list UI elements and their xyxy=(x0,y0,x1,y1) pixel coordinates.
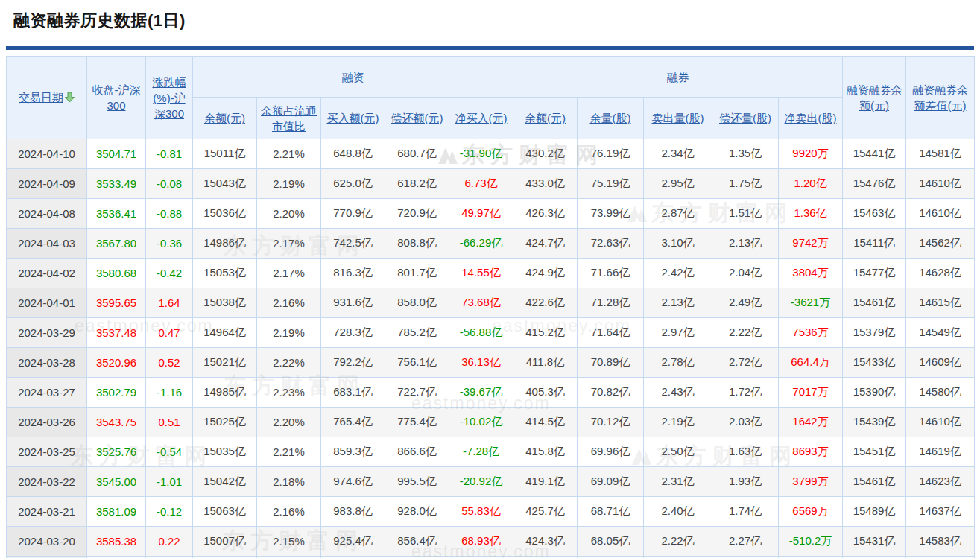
cell-rz-ratio: 2.17% xyxy=(257,229,321,259)
cell-rz-buy: 770.9亿 xyxy=(321,199,385,229)
cell-rz-repay: 808.8亿 xyxy=(385,229,449,259)
cell-rz-buy: 792.2亿 xyxy=(321,348,385,378)
cell-rq-balance: 405.3亿 xyxy=(513,378,578,408)
cell-rz-netbuy: 36.13亿 xyxy=(449,348,513,378)
cell-rq-netsell: 9920万 xyxy=(779,139,843,169)
cell-rz-ratio: 2.16% xyxy=(257,497,321,527)
col-header-rz-ratio[interactable]: 余额占流通市值比 xyxy=(257,98,321,139)
trade-date-sort-link[interactable]: 交易日期 xyxy=(19,91,63,104)
cell-total-balance: 15379亿 xyxy=(843,318,906,348)
date-cell: 2024-03-28 xyxy=(7,348,87,378)
cell-rz-balance: 15025亿 xyxy=(193,408,257,437)
cell-rz-netbuy: 73.68亿 xyxy=(449,288,513,318)
cell-rq-balance: 430.2亿 xyxy=(513,139,578,169)
cell-total-balance: 15451亿 xyxy=(843,437,906,467)
cell-rz-ratio: 2.19% xyxy=(257,318,321,348)
col-header-rq-netsell[interactable]: 净卖出(股) xyxy=(779,98,843,139)
cell-rz-balance: 14964亿 xyxy=(193,318,257,348)
col-header-rq-sell[interactable]: 卖出量(股) xyxy=(644,98,712,139)
cell-rz-repay: 720.9亿 xyxy=(385,199,449,229)
table-row: 2024-03-273502.79-1.1614985亿2.23%683.1亿7… xyxy=(7,378,975,408)
cell-rq-sell: 3.10亿 xyxy=(644,229,712,259)
col-header-trade-date[interactable]: 交易日期 xyxy=(7,57,87,139)
table-body: 2024-04-103504.71-0.8115011亿2.21%648.8亿6… xyxy=(7,139,975,558)
col-header-close-hs300[interactable]: 收盘-沪深300 xyxy=(87,57,146,139)
cell-rq-repay: 1.74亿 xyxy=(712,497,779,527)
col-header-rz-buy[interactable]: 买入额(元) xyxy=(321,98,385,139)
cell-rz-ratio: 2.21% xyxy=(257,437,321,467)
col-header-rq-volume[interactable]: 余量(股) xyxy=(578,98,644,139)
col-header-rz-netbuy[interactable]: 净买入(元) xyxy=(449,98,513,139)
cell-rq-repay: 2.49亿 xyxy=(712,288,779,318)
cell-change-hs300: -0.81 xyxy=(146,139,193,169)
cell-total-balance: 15489亿 xyxy=(843,497,906,527)
cell-rq-netsell: 1.36亿 xyxy=(779,199,843,229)
cell-rz-buy: 765.4亿 xyxy=(321,408,385,437)
cell-rz-balance: 15053亿 xyxy=(193,259,257,288)
cell-rz-repay: 995.5亿 xyxy=(385,467,449,497)
cell-rq-netsell: 9742万 xyxy=(779,229,843,259)
cell-rq-balance: 415.8亿 xyxy=(513,437,578,467)
cell-rz-netbuy: -20.92亿 xyxy=(449,467,513,497)
cell-total-balance: 15441亿 xyxy=(843,139,906,169)
cell-total-balance: 15439亿 xyxy=(843,408,906,437)
col-header-total-balance[interactable]: 融资融券余额(元) xyxy=(843,57,906,139)
col-header-rq-repay[interactable]: 偿还量(股) xyxy=(712,98,779,139)
col-header-rz-balance[interactable]: 余额(元) xyxy=(193,98,257,139)
cell-rq-balance: 433.0亿 xyxy=(513,169,578,199)
cell-total-balance: 15411亿 xyxy=(843,229,906,259)
cell-rz-buy: 742.5亿 xyxy=(321,229,385,259)
cell-rq-netsell: -3621万 xyxy=(779,288,843,318)
cell-balance-diff: 14610亿 xyxy=(906,169,975,199)
title-divider-bar xyxy=(6,46,974,50)
cell-rq-volume: 71.66亿 xyxy=(578,259,644,288)
cell-rq-netsell: 8693万 xyxy=(779,437,843,467)
col-header-change-hs300[interactable]: 涨跌幅(%)-沪深300 xyxy=(146,57,193,139)
cell-rq-volume: 68.71亿 xyxy=(578,497,644,527)
cell-change-hs300: 0.52 xyxy=(146,348,193,378)
cell-rq-volume: 68.05亿 xyxy=(578,527,644,557)
cell-balance-diff: 14610亿 xyxy=(906,408,975,437)
date-cell: 2024-04-01 xyxy=(7,288,87,318)
cell-rz-repay: 680.7亿 xyxy=(385,139,449,169)
cell-total-balance: 15461亿 xyxy=(843,467,906,497)
cell-rz-ratio: 2.19% xyxy=(257,169,321,199)
cell-rz-ratio: 2.20% xyxy=(257,199,321,229)
cell-rq-sell: 2.43亿 xyxy=(644,378,712,408)
cell-rz-netbuy: 6.73亿 xyxy=(449,169,513,199)
cell-rq-balance: 426.3亿 xyxy=(513,199,578,229)
col-header-rq-balance[interactable]: 余额(元) xyxy=(513,98,578,139)
cell-close-hs300: 3567.80 xyxy=(87,229,146,259)
sort-desc-icon xyxy=(65,91,75,107)
cell-balance-diff: 14549亿 xyxy=(906,318,975,348)
cell-rq-volume: 72.63亿 xyxy=(578,229,644,259)
cell-close-hs300: 3504.71 xyxy=(87,139,146,169)
cell-close-hs300: 3525.76 xyxy=(87,437,146,467)
col-header-balance-diff[interactable]: 融资融券余额差值(元) xyxy=(906,57,975,139)
cell-close-hs300: 3581.09 xyxy=(87,497,146,527)
col-header-rz-repay[interactable]: 偿还额(元) xyxy=(385,98,449,139)
cell-rq-balance: 425.7亿 xyxy=(513,497,578,527)
cell-rz-repay: 866.6亿 xyxy=(385,437,449,467)
cell-rq-balance: 424.9亿 xyxy=(513,259,578,288)
cell-balance-diff: 14581亿 xyxy=(906,139,975,169)
cell-rz-balance: 15011亿 xyxy=(193,139,257,169)
cell-rz-balance: 15036亿 xyxy=(193,199,257,229)
cell-rz-balance: 15042亿 xyxy=(193,467,257,497)
cell-change-hs300: 0.51 xyxy=(146,408,193,437)
cell-close-hs300: 3595.65 xyxy=(87,288,146,318)
cell-rq-repay: 2.13亿 xyxy=(712,229,779,259)
cell-rz-repay: 722.7亿 xyxy=(385,378,449,408)
cell-balance-diff: 14615亿 xyxy=(906,288,975,318)
cell-rq-balance: 415.2亿 xyxy=(513,318,578,348)
cell-rz-repay: 756.1亿 xyxy=(385,348,449,378)
cell-rq-netsell: 1642万 xyxy=(779,408,843,437)
table-header: 交易日期 收盘-沪深300 涨跌幅(%)-沪深300 融资 融券 融资融券余额(… xyxy=(7,57,975,139)
cell-rz-netbuy: -31.90亿 xyxy=(449,139,513,169)
cell-rz-netbuy: -66.29亿 xyxy=(449,229,513,259)
cell-rq-repay: 1.75亿 xyxy=(712,169,779,199)
cell-rz-buy: 683.1亿 xyxy=(321,378,385,408)
cell-rq-sell: 2.95亿 xyxy=(644,169,712,199)
cell-rq-netsell: 1.20亿 xyxy=(779,169,843,199)
cell-balance-diff: 14628亿 xyxy=(906,259,975,288)
